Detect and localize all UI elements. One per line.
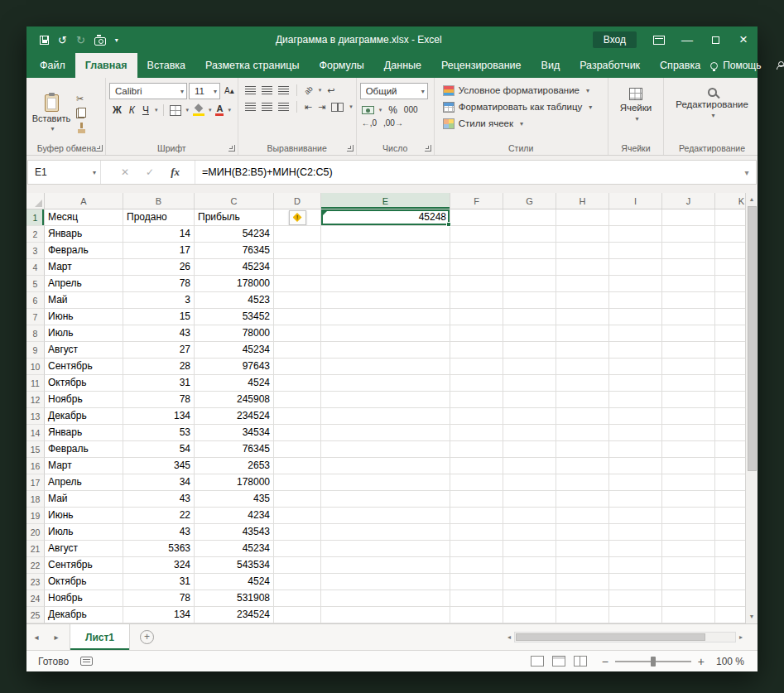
cell-K22[interactable] [715, 557, 745, 574]
cell-E4[interactable] [321, 259, 450, 276]
cell-B12[interactable]: 78 [123, 392, 195, 408]
cell-H10[interactable] [556, 359, 609, 375]
cell-F1[interactable] [450, 209, 503, 226]
cell-J18[interactable] [662, 491, 715, 508]
cell-I3[interactable] [609, 243, 662, 259]
cell-H15[interactable] [556, 441, 609, 458]
column-header-K[interactable]: K [715, 193, 745, 209]
cell-A5[interactable]: Апрель [45, 276, 123, 292]
cell-C25[interactable]: 234524 [195, 607, 274, 623]
decrease-indent-button[interactable]: ⇤ [305, 103, 312, 112]
cell-A6[interactable]: Май [45, 292, 123, 309]
cell-J1[interactable] [662, 209, 715, 226]
cell-J14[interactable] [662, 425, 715, 441]
cell-A16[interactable]: Март [45, 458, 123, 474]
grow-font-button[interactable]: А▴ [224, 87, 234, 95]
merge-caret-icon[interactable]: ▾ [349, 103, 353, 110]
row-header-4[interactable]: 4 [26, 259, 45, 276]
cell-C2[interactable]: 54234 [195, 226, 274, 243]
camera-button[interactable] [94, 35, 106, 46]
zoom-in-button[interactable]: + [691, 655, 711, 668]
redo-button[interactable]: ↻ [76, 35, 85, 46]
cell-H1[interactable] [556, 209, 609, 226]
cell-D3[interactable] [274, 243, 321, 259]
cell-K1[interactable] [715, 209, 745, 226]
enter-formula-button[interactable]: ✓ [146, 166, 154, 178]
cell-E13[interactable] [321, 408, 450, 425]
cell-B11[interactable]: 31 [123, 375, 195, 392]
cell-H2[interactable] [556, 226, 609, 243]
cell-I6[interactable] [609, 292, 662, 309]
percent-style-button[interactable]: % [387, 104, 399, 116]
cell-D7[interactable] [274, 309, 321, 325]
cell-G14[interactable] [503, 425, 556, 441]
cell-E11[interactable] [321, 375, 450, 392]
cell-I24[interactable] [609, 590, 662, 607]
cell-I7[interactable] [609, 309, 662, 325]
cell-B25[interactable]: 134 [123, 607, 195, 623]
cell-E1[interactable]: 45248 [321, 209, 450, 226]
cell-D17[interactable] [274, 474, 321, 491]
cell-H8[interactable] [556, 325, 609, 342]
new-sheet-button[interactable]: + [140, 630, 154, 644]
cell-C22[interactable]: 543534 [195, 557, 274, 574]
align-middle-icon[interactable] [262, 86, 272, 95]
cell-J21[interactable] [662, 541, 715, 557]
cancel-formula-button[interactable]: ✕ [121, 166, 129, 178]
name-box-caret-icon[interactable]: ▾ [93, 169, 96, 176]
cell-K23[interactable] [715, 574, 745, 590]
cell-C6[interactable]: 4523 [195, 292, 274, 309]
format-as-table-button[interactable]: Форматировать как таблицу ▾ [438, 99, 604, 115]
cell-H4[interactable] [556, 259, 609, 276]
cell-K3[interactable] [715, 243, 745, 259]
cell-J16[interactable] [662, 458, 715, 474]
tab-Вставка[interactable]: Вставка [137, 53, 195, 78]
cell-D19[interactable] [274, 508, 321, 524]
cell-G1[interactable] [503, 209, 556, 226]
increase-indent-button[interactable]: ⇥ [318, 103, 325, 112]
tab-Файл[interactable]: Файл [30, 53, 75, 78]
cell-D14[interactable] [274, 425, 321, 441]
cell-I12[interactable] [609, 392, 662, 408]
cell-F4[interactable] [450, 259, 503, 276]
cell-F14[interactable] [450, 425, 503, 441]
cell-F23[interactable] [450, 574, 503, 590]
cell-D24[interactable] [274, 590, 321, 607]
cell-B15[interactable]: 54 [123, 441, 195, 458]
name-box[interactable]: E1 ▾ [28, 161, 101, 184]
accounting-caret-icon[interactable]: ▾ [379, 107, 382, 113]
cell-K9[interactable] [715, 342, 745, 359]
cell-H14[interactable] [556, 425, 609, 441]
undo-button[interactable]: ↺ [58, 35, 67, 46]
cell-F20[interactable] [450, 524, 503, 541]
cell-I10[interactable] [609, 359, 662, 375]
cell-J25[interactable] [662, 607, 715, 623]
row-header-6[interactable]: 6 [26, 292, 45, 309]
align-bottom-icon[interactable] [278, 86, 289, 95]
cell-D16[interactable] [274, 458, 321, 474]
error-checking-button[interactable]: ! [289, 210, 306, 225]
row-header-11[interactable]: 11 [26, 375, 45, 392]
borders-button[interactable] [170, 105, 181, 116]
customize-qat-caret-icon[interactable]: ▾ [115, 36, 118, 44]
cell-H18[interactable] [556, 491, 609, 508]
vertical-scrollbar[interactable]: ▲ ▼ [745, 193, 758, 623]
cell-G19[interactable] [503, 508, 556, 524]
cell-G12[interactable] [503, 392, 556, 408]
cell-D22[interactable] [274, 557, 321, 574]
cell-D1[interactable]: ! [274, 209, 321, 226]
row-header-21[interactable]: 21 [26, 541, 45, 557]
cell-E2[interactable] [321, 226, 450, 243]
cell-J5[interactable] [662, 276, 715, 292]
cell-D21[interactable] [274, 541, 321, 557]
cell-B4[interactable]: 26 [123, 259, 195, 276]
cell-H16[interactable] [556, 458, 609, 474]
cell-H23[interactable] [556, 574, 609, 590]
cell-G13[interactable] [503, 408, 556, 425]
row-header-13[interactable]: 13 [26, 408, 45, 425]
save-button[interactable] [40, 36, 49, 45]
zoom-level[interactable]: 100 % [711, 656, 758, 667]
number-dialog-launcher[interactable] [425, 145, 431, 152]
cell-H19[interactable] [556, 508, 609, 524]
tab-Разработчик[interactable]: Разработчик [570, 53, 650, 78]
